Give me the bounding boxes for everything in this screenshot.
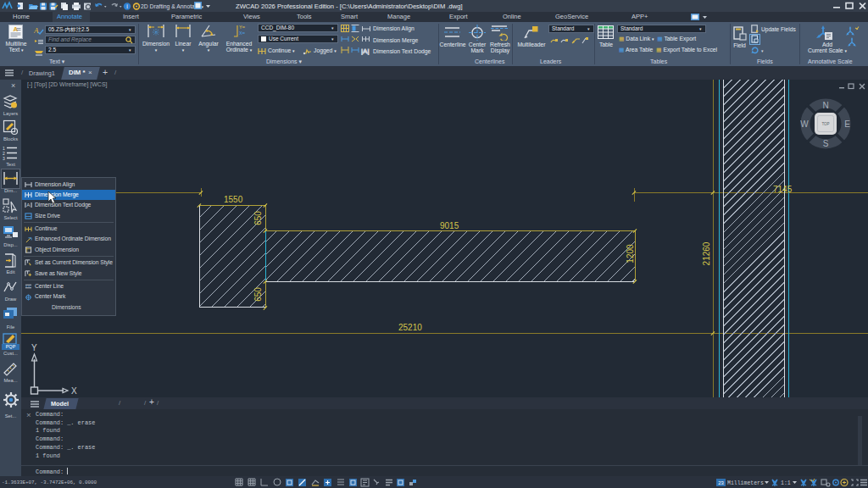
svg-text:A: A (34, 26, 39, 35)
svg-text:X=: X= (239, 30, 246, 36)
svg-text:A: A (26, 202, 31, 208)
svg-text:X: X (71, 386, 77, 395)
svg-text:|A|: |A| (361, 47, 370, 55)
svg-text:S: S (823, 139, 829, 148)
svg-text:1:1: 1:1 (781, 480, 791, 486)
svg-text:Y=: Y= (239, 25, 246, 30)
svg-text:Y: Y (31, 343, 37, 352)
svg-text:3: 3 (3, 156, 5, 161)
svg-text:W: W (800, 119, 809, 129)
svg-text:23: 23 (718, 480, 724, 485)
svg-text:Millimeters: Millimeters (727, 480, 764, 486)
svg-text:TOP: TOP (821, 122, 829, 126)
svg-text:E: E (844, 119, 850, 129)
svg-text:N: N (822, 101, 828, 110)
svg-text:A: A (14, 25, 19, 33)
